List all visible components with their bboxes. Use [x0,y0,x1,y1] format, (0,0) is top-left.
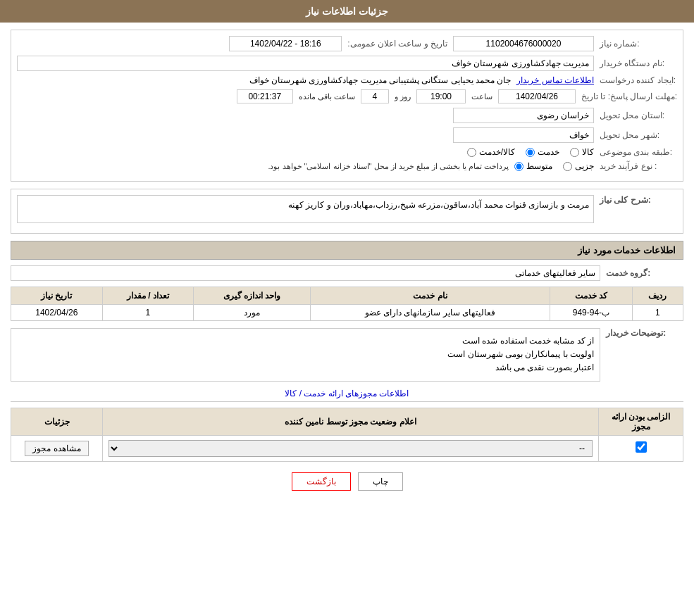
category-kala-khadamat-option[interactable]: کالا/خدمت [467,147,515,157]
purchase-jozei-label: جزیی [575,161,594,171]
tender-number-input[interactable] [453,36,594,51]
deadline-remaining-label: ساعت باقی مانده [299,92,355,101]
province-input[interactable] [453,108,594,123]
purchase-jozei-radio[interactable] [563,162,572,171]
creator-value: جان محمد یحیایی ستگانی پشتیبانی مدیریت ج… [17,75,511,85]
buyer-org-input[interactable] [17,56,594,71]
service-group-label: گروه خدمت: [606,268,683,278]
deadline-remaining-input[interactable] [237,89,293,103]
license-row: -- مشاهده مجوز [11,435,683,461]
license-mandatory-cell [599,435,683,461]
announce-date-input[interactable] [229,36,342,51]
action-buttons: چاپ بازگشت [11,472,683,491]
deadline-days-input[interactable] [361,89,389,103]
category-radio-group: کالا خدمت کالا/خدمت [467,147,594,157]
category-khadamat-label: خدمت [538,147,559,157]
buyer-org-row: نام دستگاه خریدار: [17,56,677,71]
license-table: الزامی بودن ارائه مجوز اعلام وضعیت مجوز … [11,408,683,462]
view-license-button[interactable]: مشاهده مجوز [25,441,88,456]
tender-number-row: شماره نیاز: تاریخ و ساعت اعلان عمومی: [17,36,677,51]
col-unit: واحد اندازه گیری [194,287,311,305]
purchase-mottavaset-label: متوسط [526,161,552,171]
category-kala-khadamat-label: کالا/خدمت [479,147,515,157]
col-service-code: کد خدمت [550,287,633,305]
cell-row-num: 1 [632,305,683,321]
province-row: استان محل تحویل: [17,108,677,123]
announce-date-label: تاریخ و ساعت اعلان عمومی: [347,39,447,49]
license-col-status: اعلام وضعیت مجوز توسط نامین کننده [103,408,599,435]
back-button[interactable]: بازگشت [292,472,351,491]
cell-unit: مورد [194,305,311,321]
license-section-title: اطلاعات مجوزهای ارائه خدمت / کالا [11,389,683,402]
deadline-date-input[interactable] [498,89,576,103]
col-quantity: تعداد / مقدار [102,287,193,305]
license-col-details: جزئیات [11,408,103,435]
purchase-mottavaset-option[interactable]: متوسط [514,161,552,171]
category-khadamat-radio[interactable] [526,148,535,157]
col-row-num: ردیف [632,287,683,305]
creator-label: ایجاد کننده درخواست: [600,75,677,85]
category-kala-option[interactable]: کالا [570,147,594,157]
creator-row: ایجاد کننده درخواست: اطلاعات تماس خریدار… [17,75,677,85]
cell-date: 1402/04/26 [11,305,103,321]
purchase-type-desc: پرداخت تمام یا بخشی از مبلغ خرید از محل … [17,162,509,171]
general-desc-row: شرح کلی نیاز: مرمت و بازسازی قنوات محمد … [17,195,677,223]
purchase-jozei-option[interactable]: جزیی [563,161,594,171]
category-kala-radio[interactable] [570,148,579,157]
main-form: شماره نیاز: تاریخ و ساعت اعلان عمومی: نا… [11,30,683,182]
cell-service-name: فعالیتهای سایر سازمانهای دارای عضو [310,305,550,321]
general-desc-section: شرح کلی نیاز: مرمت و بازسازی قنوات محمد … [11,189,683,234]
page-title: جزئیات اطلاعات نیاز [306,6,388,17]
deadline-row: مهلت ارسال پاسخ: تا تاریخ: ساعت روز و سا… [17,89,677,103]
category-label: طبقه بندی موضوعی: [600,147,677,157]
services-table-section: ردیف کد خدمت نام خدمت واحد اندازه گیری ت… [11,287,683,321]
service-group-input[interactable] [11,265,600,281]
deadline-time-input[interactable] [416,89,466,103]
general-desc-label: شرح کلی نیاز: [600,195,677,205]
service-info-title: اطلاعات خدمات مورد نیاز [11,241,683,260]
deadline-time-label: ساعت [471,92,492,101]
cell-quantity: 1 [102,305,193,321]
buyer-org-label: نام دستگاه خریدار: [600,58,677,68]
deadline-label: مهلت ارسال پاسخ: تا تاریخ: [581,92,677,101]
cell-service-code: ب-94-949 [550,305,633,321]
category-row: طبقه بندی موضوعی: کالا خدمت کالا/خدمت [17,147,677,157]
category-khadamat-option[interactable]: خدمت [526,147,559,157]
purchase-type-radio-group: جزیی متوسط [514,161,594,171]
creator-link[interactable]: اطلاعات تماس خریدار [516,75,594,85]
table-row: 1 ب-94-949 فعالیتهای سایر سازمانهای دارا… [11,305,683,321]
general-desc-value: مرمت و بازسازی قنوات محمد آباد،ساقون،مزر… [17,195,594,223]
category-kala-khadamat-radio[interactable] [467,148,476,157]
deadline-days-label: روز و [395,92,411,101]
print-button[interactable]: چاپ [358,472,403,491]
city-row: شهر محل تحویل: [17,127,677,143]
license-status-cell: -- [103,435,599,461]
purchase-type-label: نوع فرآیند خرید : [600,161,677,171]
page-header: جزئیات اطلاعات نیاز [0,0,694,23]
buyer-notes-content: از کد مشابه خدمت استفاده شده است اولویت … [11,328,600,382]
buyer-note-line1: از کد مشابه خدمت استفاده شده است [17,334,594,348]
services-table: ردیف کد خدمت نام خدمت واحد اندازه گیری ت… [11,287,683,321]
tender-number-label: شماره نیاز: [600,39,677,49]
col-date: تاریخ نیاز [11,287,103,305]
service-group-row: گروه خدمت: [11,265,683,281]
buyer-notes-row: توضیحات خریدار: از کد مشابه خدمت استفاده… [11,328,683,382]
col-service-name: نام خدمت [310,287,550,305]
license-table-section: الزامی بودن ارائه مجوز اعلام وضعیت مجوز … [11,408,683,462]
purchase-type-row: نوع فرآیند خرید : جزیی متوسط پرداخت تمام… [17,161,677,171]
province-label: استان محل تحویل: [600,111,677,120]
purchase-mottavaset-radio[interactable] [514,162,523,171]
license-details-cell: مشاهده مجوز [11,435,103,461]
license-mandatory-checkbox[interactable] [636,441,647,453]
license-status-select[interactable]: -- [109,440,593,457]
buyer-note-line2: اولویت با پیمانکاران بومی شهرستان است [17,348,594,361]
buyer-note-line3: اعتبار بصورت نقدی می باشد [17,361,594,375]
buyer-notes-label: توضیحات خریدار: [606,328,683,338]
category-kala-label: کالا [582,147,594,157]
city-input[interactable] [453,127,594,143]
license-col-mandatory: الزامی بودن ارائه مجوز [599,408,683,435]
city-label: شهر محل تحویل: [600,130,677,140]
